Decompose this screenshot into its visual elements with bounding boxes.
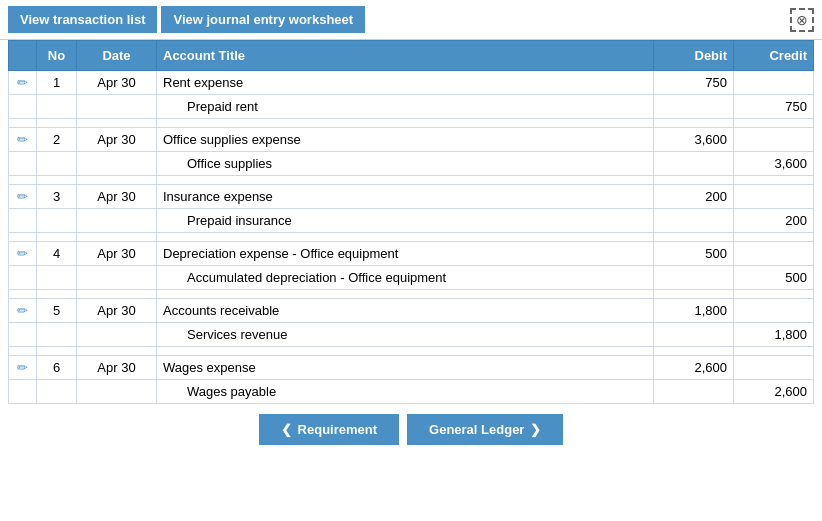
row-credit-amount-4: 500	[734, 266, 814, 290]
spacer-row	[9, 290, 814, 299]
row-debit-account-6: Wages expense	[157, 356, 654, 380]
row-credit-amount-5: 1,800	[734, 323, 814, 347]
table-row-credit: Prepaid rent 750	[9, 95, 814, 119]
row-credit-amount-3: 200	[734, 209, 814, 233]
table-row: ✏ 5 Apr 30 Accounts receivable 1,800	[9, 299, 814, 323]
row-debit-amount-2: 3,600	[654, 128, 734, 152]
spacer-row	[9, 176, 814, 185]
next-arrow-icon: ❯	[530, 422, 541, 437]
row-credit-account-2: Office supplies	[157, 152, 654, 176]
row-credit-account-4: Accumulated depreciation - Office equipm…	[157, 266, 654, 290]
row-no-3: 3	[37, 185, 77, 209]
top-bar: View transaction list View journal entry…	[0, 0, 822, 40]
table-row-credit: Services revenue 1,800	[9, 323, 814, 347]
table-row: ✏ 4 Apr 30 Depreciation expense - Office…	[9, 242, 814, 266]
spacer-row	[9, 233, 814, 242]
general-ledger-nav-button[interactable]: General Ledger ❯	[407, 414, 563, 445]
table-row: ✏ 2 Apr 30 Office supplies expense 3,600	[9, 128, 814, 152]
journal-entry-table-wrapper: No Date Account Title Debit Credit ✏ 1 A…	[0, 40, 822, 404]
debit-col-header: Debit	[654, 41, 734, 71]
top-bar-buttons: View transaction list View journal entry…	[8, 6, 365, 33]
row-credit-amount-1: 750	[734, 95, 814, 119]
prev-arrow-icon: ❮	[281, 422, 292, 437]
row-debit-credit-empty-6	[734, 356, 814, 380]
row-date-6: Apr 30	[77, 356, 157, 380]
row-debit-account-1: Rent expense	[157, 71, 654, 95]
row-debit-amount-5: 1,800	[654, 299, 734, 323]
row-no-1: 1	[37, 71, 77, 95]
close-button[interactable]: ⊗	[790, 8, 814, 32]
row-debit-amount-6: 2,600	[654, 356, 734, 380]
row-no-5: 5	[37, 299, 77, 323]
row-date-2: Apr 30	[77, 128, 157, 152]
row-debit-credit-empty-4	[734, 242, 814, 266]
row-date-4: Apr 30	[77, 242, 157, 266]
row-debit-amount-3: 200	[654, 185, 734, 209]
table-row-credit: Wages payable 2,600	[9, 380, 814, 404]
spacer-row	[9, 119, 814, 128]
credit-col-header: Credit	[734, 41, 814, 71]
requirement-label: Requirement	[298, 422, 377, 437]
edit-icon-4[interactable]: ✏	[17, 246, 28, 261]
row-date-3: Apr 30	[77, 185, 157, 209]
edit-icon-6[interactable]: ✏	[17, 360, 28, 375]
bottom-navigation: ❮ Requirement General Ledger ❯	[0, 404, 822, 453]
edit-col-header	[9, 41, 37, 71]
row-credit-amount-6: 2,600	[734, 380, 814, 404]
row-credit-account-3: Prepaid insurance	[157, 209, 654, 233]
view-journal-entry-worksheet-button[interactable]: View journal entry worksheet	[161, 6, 365, 33]
edit-icon-2[interactable]: ✏	[17, 132, 28, 147]
row-debit-amount-1: 750	[654, 71, 734, 95]
row-debit-credit-empty-1	[734, 71, 814, 95]
row-credit-account-6: Wages payable	[157, 380, 654, 404]
edit-icon-1[interactable]: ✏	[17, 75, 28, 90]
row-debit-account-2: Office supplies expense	[157, 128, 654, 152]
table-row: ✏ 6 Apr 30 Wages expense 2,600	[9, 356, 814, 380]
no-col-header: No	[37, 41, 77, 71]
edit-icon-5[interactable]: ✏	[17, 303, 28, 318]
spacer-row	[9, 347, 814, 356]
table-row-credit: Prepaid insurance 200	[9, 209, 814, 233]
table-row: ✏ 3 Apr 30 Insurance expense 200	[9, 185, 814, 209]
table-row: ✏ 1 Apr 30 Rent expense 750	[9, 71, 814, 95]
row-debit-credit-empty-2	[734, 128, 814, 152]
row-debit-account-5: Accounts receivable	[157, 299, 654, 323]
journal-entry-table: No Date Account Title Debit Credit ✏ 1 A…	[8, 40, 814, 404]
account-title-col-header: Account Title	[157, 41, 654, 71]
row-debit-amount-4: 500	[654, 242, 734, 266]
row-credit-amount-2: 3,600	[734, 152, 814, 176]
edit-icon-3[interactable]: ✏	[17, 189, 28, 204]
table-row-credit: Office supplies 3,600	[9, 152, 814, 176]
row-credit-account-1: Prepaid rent	[157, 95, 654, 119]
row-no-2: 2	[37, 128, 77, 152]
table-row-credit: Accumulated depreciation - Office equipm…	[9, 266, 814, 290]
row-debit-credit-empty-5	[734, 299, 814, 323]
requirement-nav-button[interactable]: ❮ Requirement	[259, 414, 399, 445]
row-debit-account-3: Insurance expense	[157, 185, 654, 209]
row-no-6: 6	[37, 356, 77, 380]
row-credit-account-5: Services revenue	[157, 323, 654, 347]
row-debit-credit-empty-3	[734, 185, 814, 209]
row-date-1: Apr 30	[77, 71, 157, 95]
view-transaction-list-button[interactable]: View transaction list	[8, 6, 157, 33]
row-debit-account-4: Depreciation expense - Office equipment	[157, 242, 654, 266]
general-ledger-label: General Ledger	[429, 422, 524, 437]
row-date-5: Apr 30	[77, 299, 157, 323]
date-col-header: Date	[77, 41, 157, 71]
row-no-4: 4	[37, 242, 77, 266]
